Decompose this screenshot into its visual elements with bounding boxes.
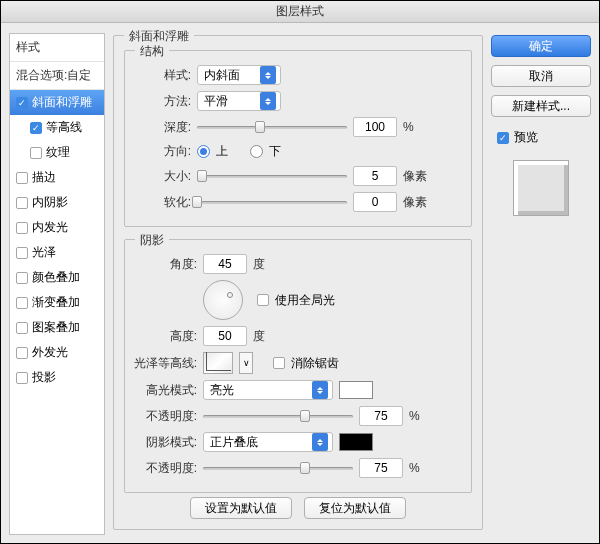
sidebar-checkbox[interactable]: ✓ <box>30 122 42 134</box>
preview-label: 预览 <box>514 129 538 146</box>
sidebar-checkbox[interactable] <box>16 322 28 334</box>
window-title: 图层样式 <box>1 1 599 23</box>
sidebar-item-label: 纹理 <box>46 144 70 161</box>
reset-default-button[interactable]: 复位为默认值 <box>304 497 406 519</box>
soften-slider[interactable] <box>197 194 347 210</box>
structure-title: 结构 <box>135 43 169 60</box>
sidebar-item-2[interactable]: 纹理 <box>10 140 104 165</box>
angle-dial[interactable] <box>203 280 243 320</box>
sidebar-item-0[interactable]: ✓斜面和浮雕 <box>10 90 104 115</box>
chevron-updown-icon <box>312 433 328 451</box>
sidebar-item-11[interactable]: 投影 <box>10 365 104 390</box>
highlight-mode-label: 高光模式: <box>129 382 197 399</box>
anti-alias-label: 消除锯齿 <box>291 355 339 372</box>
style-list: 样式 混合选项:自定 ✓斜面和浮雕✓等高线纹理描边内阴影内发光光泽颜色叠加渐变叠… <box>9 33 105 535</box>
chevron-updown-icon <box>260 92 276 110</box>
highlight-opacity-input[interactable]: 75 <box>359 406 403 426</box>
cancel-button[interactable]: 取消 <box>491 65 591 87</box>
highlight-mode-select[interactable]: 亮光 <box>203 380 333 400</box>
soften-input[interactable]: 0 <box>353 192 397 212</box>
depth-input[interactable]: 100 <box>353 117 397 137</box>
global-light-label: 使用全局光 <box>275 292 335 309</box>
depth-slider[interactable] <box>197 119 347 135</box>
ok-button[interactable]: 确定 <box>491 35 591 57</box>
sidebar-item-label: 渐变叠加 <box>32 294 80 311</box>
soften-label: 软化: <box>129 194 191 211</box>
angle-input[interactable]: 45 <box>203 254 247 274</box>
sidebar-checkbox[interactable] <box>16 222 28 234</box>
new-style-button[interactable]: 新建样式... <box>491 95 591 117</box>
sidebar-item-3[interactable]: 描边 <box>10 165 104 190</box>
shadow-title: 阴影 <box>135 232 169 249</box>
sidebar-item-label: 外发光 <box>32 344 68 361</box>
sidebar-item-label: 内阴影 <box>32 194 68 211</box>
anti-alias-checkbox[interactable] <box>273 357 285 369</box>
styles-header[interactable]: 样式 <box>10 34 104 62</box>
shadow-opacity-input[interactable]: 75 <box>359 458 403 478</box>
altitude-label: 高度: <box>129 328 197 345</box>
chevron-updown-icon <box>260 66 276 84</box>
bevel-emboss-group: 斜面和浮雕 结构 样式: 内斜面 方法: 平滑 <box>113 35 483 530</box>
shadow-opacity-label: 不透明度: <box>129 460 197 477</box>
shadow-color-swatch[interactable] <box>339 433 373 451</box>
sidebar-item-label: 斜面和浮雕 <box>32 94 92 111</box>
shadow-mode-label: 阴影模式: <box>129 434 197 451</box>
sidebar-checkbox[interactable] <box>16 247 28 259</box>
sidebar-item-9[interactable]: 图案叠加 <box>10 315 104 340</box>
sidebar-checkbox[interactable] <box>30 147 42 159</box>
sidebar-item-label: 颜色叠加 <box>32 269 80 286</box>
depth-label: 深度: <box>129 119 191 136</box>
direction-label: 方向: <box>129 143 191 160</box>
shadow-mode-select[interactable]: 正片叠底 <box>203 432 333 452</box>
sidebar-item-label: 图案叠加 <box>32 319 80 336</box>
sidebar-item-10[interactable]: 外发光 <box>10 340 104 365</box>
gloss-contour-picker[interactable] <box>203 352 233 374</box>
sidebar-item-label: 等高线 <box>46 119 82 136</box>
sidebar-checkbox[interactable]: ✓ <box>16 97 28 109</box>
sidebar-checkbox[interactable] <box>16 272 28 284</box>
sidebar-item-label: 投影 <box>32 369 56 386</box>
chevron-updown-icon <box>312 381 328 399</box>
sidebar-checkbox[interactable] <box>16 347 28 359</box>
sidebar-checkbox[interactable] <box>16 297 28 309</box>
direction-down-radio[interactable] <box>250 145 263 158</box>
sidebar-item-5[interactable]: 内发光 <box>10 215 104 240</box>
direction-down-label: 下 <box>269 143 281 160</box>
style-label: 样式: <box>129 67 191 84</box>
sidebar-item-1[interactable]: ✓等高线 <box>10 115 104 140</box>
sidebar-checkbox[interactable] <box>16 197 28 209</box>
sidebar-checkbox[interactable] <box>16 372 28 384</box>
highlight-opacity-slider[interactable] <box>203 408 353 424</box>
sidebar-item-label: 光泽 <box>32 244 56 261</box>
preview-checkbox[interactable]: ✓ <box>497 132 509 144</box>
sidebar-item-7[interactable]: 颜色叠加 <box>10 265 104 290</box>
sidebar-checkbox[interactable] <box>16 172 28 184</box>
blend-options-header[interactable]: 混合选项:自定 <box>10 62 104 90</box>
sidebar-item-4[interactable]: 内阴影 <box>10 190 104 215</box>
highlight-opacity-label: 不透明度: <box>129 408 197 425</box>
method-label: 方法: <box>129 93 191 110</box>
style-select[interactable]: 内斜面 <box>197 65 281 85</box>
direction-up-radio[interactable] <box>197 145 210 158</box>
sidebar-item-label: 内发光 <box>32 219 68 236</box>
global-light-checkbox[interactable] <box>257 294 269 306</box>
size-label: 大小: <box>129 168 191 185</box>
set-default-button[interactable]: 设置为默认值 <box>190 497 292 519</box>
method-select[interactable]: 平滑 <box>197 91 281 111</box>
gloss-contour-label: 光泽等高线: <box>129 355 197 372</box>
angle-label: 角度: <box>129 256 197 273</box>
size-slider[interactable] <box>197 168 347 184</box>
altitude-input[interactable]: 50 <box>203 326 247 346</box>
unit: % <box>403 120 414 134</box>
chevron-down-icon[interactable]: ∨ <box>239 352 253 374</box>
sidebar-item-8[interactable]: 渐变叠加 <box>10 290 104 315</box>
sidebar-item-6[interactable]: 光泽 <box>10 240 104 265</box>
sidebar-item-label: 描边 <box>32 169 56 186</box>
direction-up-label: 上 <box>216 143 228 160</box>
size-input[interactable]: 5 <box>353 166 397 186</box>
shadow-opacity-slider[interactable] <box>203 460 353 476</box>
preview-swatch <box>513 160 569 216</box>
highlight-color-swatch[interactable] <box>339 381 373 399</box>
